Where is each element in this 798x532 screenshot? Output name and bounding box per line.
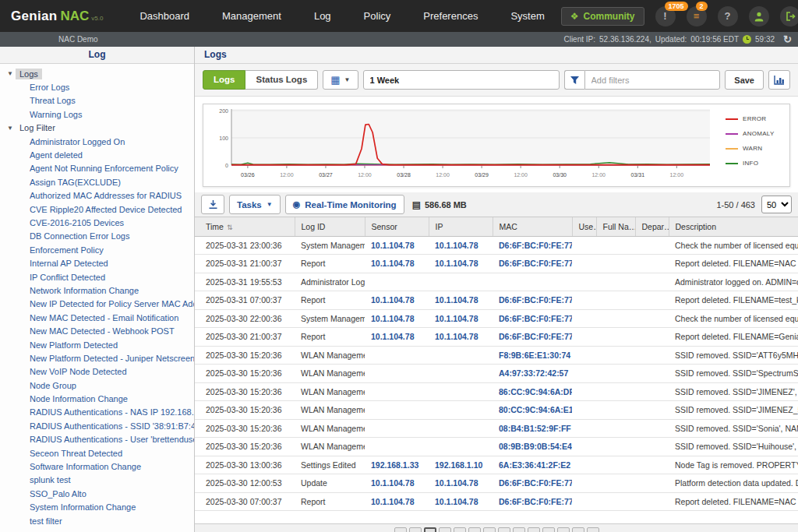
table-row[interactable]: 2025-03-31 19:55:53Administrator LoginAd… [195, 273, 798, 291]
link-ip[interactable]: 192.168.1.10 [435, 460, 482, 470]
table-row[interactable]: 2025-03-30 22:00:36System Managem…10.1.1… [195, 309, 798, 328]
save-button[interactable]: Save [725, 70, 764, 90]
page-button-‹[interactable]: ‹ [409, 527, 422, 532]
column-header-sensor[interactable]: Sensor [365, 217, 429, 236]
table-row[interactable]: 2025-03-30 21:00:37Report10.1.104.7810.1… [195, 328, 798, 347]
tree-item[interactable]: System Information Change [0, 501, 194, 514]
link-mac[interactable]: D6:6F:BC:F0:FE:77 [499, 241, 572, 250]
community-button[interactable]: ❖ Community [561, 7, 644, 26]
link-ip[interactable]: 10.1.104.78 [435, 332, 478, 341]
link-mac[interactable]: D6:6F:BC:F0:FE:77 [499, 332, 572, 341]
tree-item[interactable]: Agent Not Running Enforcement Policy [0, 162, 194, 175]
page-button-7[interactable]: 7 [513, 527, 525, 532]
sort-icon[interactable]: ⇅ [227, 224, 233, 231]
tree-item[interactable]: IP Conflict Detected [0, 270, 194, 284]
page-button-4[interactable]: 4 [468, 527, 481, 532]
link-mac[interactable]: F8:9B:6E:E1:30:74 [499, 351, 570, 360]
tree-item[interactable]: splunk test [0, 474, 194, 487]
collapse-caret-icon[interactable]: ▼ [7, 70, 16, 77]
page-button-1[interactable]: 1 [424, 527, 436, 532]
tree-item[interactable]: Administrator Logged On [0, 135, 194, 148]
tab-status-logs[interactable]: Status Logs [245, 70, 318, 90]
tree-item[interactable]: CVE-2016-2105 Devices [0, 216, 194, 229]
column-header-depar-[interactable]: Depar… [635, 217, 669, 236]
table-row[interactable]: 2025-03-31 07:00:37Report10.1.104.7810.1… [195, 291, 798, 310]
page-size-select[interactable]: 50 [761, 196, 792, 213]
tree-item[interactable]: RADIUS Authentications - User 'brettendu… [0, 433, 194, 446]
link-sensor[interactable]: 10.1.104.78 [371, 259, 414, 268]
messages-button[interactable]: ≡ 2 [687, 6, 707, 26]
link-ip[interactable]: 10.1.104.78 [435, 497, 478, 506]
tree-item[interactable]: New MAC Detected - Email Notification [0, 311, 194, 324]
page-button-3[interactable]: 3 [454, 527, 466, 532]
page-button-6[interactable]: 6 [498, 527, 510, 532]
link-ip[interactable]: 10.1.104.78 [435, 314, 478, 323]
link-mac[interactable]: 08:9B:B9:0B:54:E4 [499, 442, 572, 451]
realtime-monitoring-button[interactable]: ◉ Real-Time Monitoring [285, 195, 404, 214]
tasks-button[interactable]: Tasks ▼ [229, 195, 281, 214]
refresh-icon[interactable]: ↻ [783, 33, 792, 45]
column-header-log-id[interactable]: Log ID [295, 217, 365, 236]
tree-item[interactable]: New IP Detected for Policy Server MAC Ad… [0, 298, 194, 311]
nav-item-dashboard[interactable]: Dashboard [123, 0, 206, 32]
tree-item[interactable]: Agent deleted [0, 148, 194, 161]
link-sensor[interactable]: 10.1.104.78 [371, 478, 414, 488]
page-button-8[interactable]: 8 [528, 527, 540, 532]
page-button-10[interactable]: 10 [557, 527, 570, 532]
link-mac[interactable]: 08:B4:B1:52:9F:FF [499, 424, 571, 433]
link-mac[interactable]: A4:97:33:72:42:57 [499, 368, 568, 378]
page-button-›[interactable]: › [572, 527, 584, 532]
column-header-full-na-[interactable]: Full Na… [596, 217, 635, 236]
date-range-button[interactable]: ▦ ▼ [323, 70, 358, 90]
table-row[interactable]: 2025-03-31 23:00:36System Managem…10.1.1… [195, 236, 798, 255]
tree-item[interactable]: New MAC Detected - Webhook POST [0, 324, 194, 337]
tree-item[interactable]: Node Information Change [0, 392, 194, 405]
tree-item[interactable]: Enforcement Policy [0, 243, 194, 256]
column-header-ip[interactable]: IP [429, 217, 493, 236]
column-header-mac[interactable]: MAC [493, 217, 572, 236]
period-input[interactable] [363, 70, 560, 90]
table-row[interactable]: 2025-03-30 13:00:36Settings Edited192.16… [195, 456, 798, 474]
tree-item[interactable]: Seceon Threat Detected [0, 446, 194, 460]
link-ip[interactable]: 10.1.104.78 [435, 259, 478, 268]
logout-button[interactable] [780, 6, 798, 26]
table-row[interactable]: 2025-03-30 12:00:53Update10.1.104.7810.1… [195, 474, 798, 493]
link-mac[interactable]: D6:6F:BC:F0:FE:77 [499, 314, 572, 323]
add-filters-input[interactable] [584, 70, 721, 90]
link-mac[interactable]: 6A:E3:36:41:2F:E2 [499, 460, 570, 470]
table-row[interactable]: 2025-03-31 21:00:37Report10.1.104.7810.1… [195, 255, 798, 273]
column-header-use-[interactable]: Use… [572, 217, 596, 236]
link-ip[interactable]: 10.1.104.78 [435, 478, 478, 488]
page-button-2[interactable]: 2 [439, 527, 451, 532]
link-mac[interactable]: D6:6F:BC:F0:FE:77 [499, 497, 572, 506]
link-ip[interactable]: 10.1.104.78 [435, 295, 478, 305]
tree-item[interactable]: Assign TAG(EXCLUDE) [0, 175, 194, 188]
help-button[interactable]: ? [718, 6, 738, 26]
export-button[interactable] [201, 195, 224, 214]
tree-item[interactable]: Warning Logs [0, 107, 194, 121]
table-row[interactable]: 2025-03-30 15:20:36WLAN ManagementF8:9B:… [195, 346, 798, 365]
link-sensor[interactable]: 192.168.1.33 [371, 460, 418, 470]
tree-item[interactable]: Internal AP Detected [0, 256, 194, 270]
tree-item[interactable]: SSO_Palo Alto [0, 487, 194, 500]
table-row[interactable]: 2025-03-30 15:20:36WLAN Management80:CC:… [195, 401, 798, 420]
nav-item-system[interactable]: System [494, 0, 560, 32]
tree-item[interactable]: Threat Logs [0, 94, 194, 107]
nav-item-preferences[interactable]: Preferences [407, 0, 494, 32]
table-row[interactable]: 2025-03-30 15:20:36WLAN Management86:CC:… [195, 382, 798, 401]
tree-group-log-filter[interactable]: ▼Log Filter [0, 122, 194, 135]
tree-item[interactable]: New Platform Detected [0, 338, 194, 351]
chart-toggle-button[interactable] [768, 70, 790, 90]
tree-item[interactable]: RADIUS Authentications - NAS IP 192.168.… [0, 406, 194, 419]
tree-item[interactable]: DB Connection Error Logs [0, 230, 194, 243]
tree-item[interactable]: test filter [0, 514, 194, 527]
link-ip[interactable]: 10.1.104.78 [435, 241, 478, 250]
tree-item[interactable]: RADIUS Authentications - SSID '38:91:B7:… [0, 419, 194, 432]
link-sensor[interactable]: 10.1.104.78 [371, 295, 414, 305]
tree-group-logs[interactable]: ▼Logs [0, 67, 194, 80]
nav-item-management[interactable]: Management [206, 0, 298, 32]
tree-item[interactable]: Error Logs [0, 80, 194, 93]
tree-item[interactable]: Node Group [0, 379, 194, 392]
link-sensor[interactable]: 10.1.104.78 [371, 314, 414, 323]
tree-item[interactable]: CVE Ripple20 Affected Device Detected [0, 203, 194, 216]
